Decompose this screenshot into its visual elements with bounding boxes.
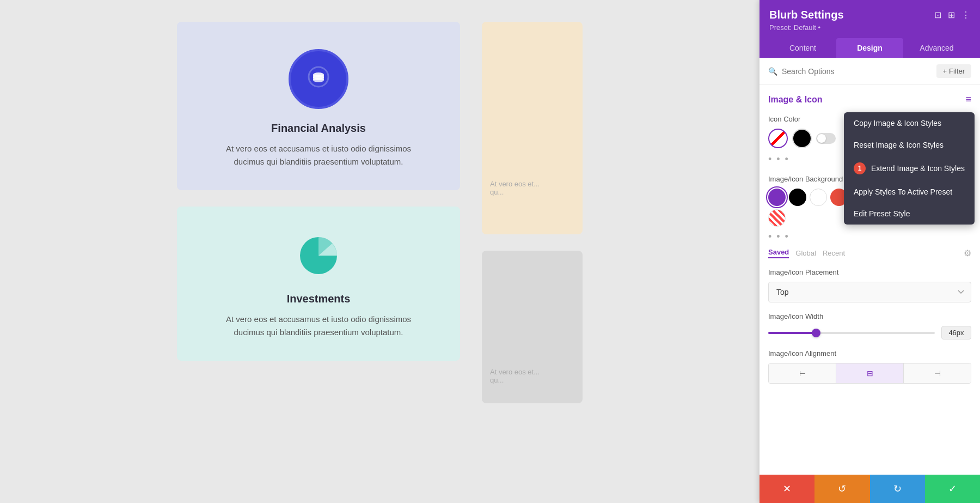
align-center-icon: ⊟ <box>867 369 873 378</box>
tab-advanced[interactable]: Advanced <box>903 38 970 58</box>
icon-color-transparent-swatch[interactable] <box>768 129 788 148</box>
redo-button[interactable]: ↻ <box>870 475 925 503</box>
canvas-area: Financial Analysis At vero eos et accusa… <box>0 0 759 503</box>
section-title: Image & Icon <box>768 95 823 105</box>
reset-styles-label: Reset Image & Icon Styles <box>854 141 944 149</box>
panel-tabs: Content Design Advanced <box>769 38 970 58</box>
menu-item-edit-preset[interactable]: Edit Preset Style <box>844 203 975 225</box>
context-menu: Copy Image & Icon Styles Reset Image & I… <box>844 112 975 225</box>
width-label: Image/Icon Width <box>768 312 971 320</box>
edit-preset-label: Edit Preset Style <box>854 209 910 218</box>
image-icon-section-header: Image & Icon ≡ <box>768 94 971 105</box>
financial-title: Financial Analysis <box>271 122 366 135</box>
alignment-label: Image/Icon Alignment <box>768 349 971 357</box>
align-center-btn[interactable]: ⊟ <box>836 363 904 383</box>
bg-swatch-purple[interactable] <box>768 189 786 206</box>
color-tab-saved[interactable]: Saved <box>768 248 789 258</box>
width-value[interactable]: 46px <box>941 326 971 340</box>
panel-title-row: Blurb Settings ⊡ ⊞ ⋮ <box>769 9 970 21</box>
close-button[interactable]: ✕ <box>759 475 814 503</box>
beige-card-partial: At vero eos et...qu... <box>482 22 583 234</box>
financial-text: At vero eos et accusamus et iusto odio d… <box>210 142 427 168</box>
gray-card-text: At vero eos et...qu... <box>482 360 583 392</box>
menu-item-copy[interactable]: Copy Image & Icon Styles <box>844 112 975 134</box>
apply-preset-label: Apply Styles To Active Preset <box>854 187 952 196</box>
filter-plus-icon: + <box>943 67 947 75</box>
placement-select[interactable]: Top Left Right Bottom <box>768 282 971 302</box>
menu-item-reset[interactable]: Reset Image & Icon Styles <box>844 134 975 156</box>
action-bar: ✕ ↺ ↻ ✓ <box>759 475 980 503</box>
copy-styles-label: Copy Image & Icon Styles <box>854 119 941 128</box>
redo-icon: ↻ <box>893 483 902 495</box>
extend-badge: 1 <box>854 162 866 174</box>
icon-color-black-swatch[interactable] <box>792 129 812 148</box>
align-right-icon: ⊣ <box>934 369 941 378</box>
color-tab-recent[interactable]: Recent <box>823 249 845 257</box>
panel-header-icons: ⊡ ⊞ ⋮ <box>934 10 970 20</box>
copy-layout-icon[interactable]: ⊡ <box>934 10 941 20</box>
color-tab-global[interactable]: Global <box>795 249 816 257</box>
align-left-btn[interactable]: ⊢ <box>769 363 836 383</box>
bg-swatch-striped[interactable] <box>768 209 786 227</box>
panel-title: Blurb Settings <box>769 9 844 21</box>
investments-title: Investments <box>287 293 351 305</box>
alignment-field: Image/Icon Alignment ⊢ ⊟ ⊣ <box>768 349 971 384</box>
blurb-card-investments[interactable]: Investments At vero eos et accusamus et … <box>177 207 460 361</box>
placement-label: Image/Icon Placement <box>768 268 971 276</box>
menu-item-extend[interactable]: 1 Extend Image & Icon Styles <box>844 156 975 181</box>
financial-icon-circle <box>289 49 348 109</box>
width-slider-thumb[interactable] <box>812 329 820 337</box>
more-options-icon[interactable]: ⋮ <box>961 10 970 20</box>
section-menu-icon[interactable]: ≡ <box>965 94 971 105</box>
width-slider-track <box>768 332 935 334</box>
icon-color-toggle-row <box>816 133 836 144</box>
close-icon: ✕ <box>783 483 791 495</box>
investments-icon-wrapper <box>297 234 340 280</box>
bg-swatch-black[interactable] <box>789 189 806 206</box>
placement-field: Image/Icon Placement Top Left Right Bott… <box>768 268 971 302</box>
undo-icon: ↺ <box>838 483 846 495</box>
search-icon: 🔍 <box>768 67 777 76</box>
save-icon: ✓ <box>948 483 957 495</box>
blurb-card-financial[interactable]: Financial Analysis At vero eos et accusa… <box>177 22 460 190</box>
bg-swatch-white[interactable] <box>810 189 827 206</box>
search-input[interactable] <box>782 67 936 76</box>
width-slider-fill <box>768 332 815 334</box>
panel-preset: Preset: Default • <box>769 23 970 32</box>
panel-header: Blurb Settings ⊡ ⊞ ⋮ Preset: Default • C… <box>759 0 980 58</box>
svg-point-5 <box>313 78 324 82</box>
coins-icon <box>304 65 333 93</box>
beige-card-text: At vero eos et...qu... <box>490 180 540 196</box>
color-tabs: Saved Global Recent ⚙ <box>768 248 971 258</box>
filter-button[interactable]: + Filter <box>936 64 971 78</box>
align-right-btn[interactable]: ⊣ <box>904 363 971 383</box>
icon-color-toggle[interactable] <box>816 133 836 144</box>
extend-styles-label: Extend Image & Icon Styles <box>871 164 965 173</box>
undo-button[interactable]: ↺ <box>814 475 869 503</box>
investments-text: At vero eos et accusamus et iusto odio d… <box>210 313 427 339</box>
gray-card-partial: At vero eos et...qu... <box>482 251 583 403</box>
blurb-cards-column: Financial Analysis At vero eos et accusa… <box>177 22 460 361</box>
width-field: Image/Icon Width 46px <box>768 312 971 340</box>
color-settings-icon[interactable]: ⚙ <box>964 248 971 258</box>
settings-panel: Blurb Settings ⊡ ⊞ ⋮ Preset: Default • C… <box>759 0 980 503</box>
menu-item-apply-preset[interactable]: Apply Styles To Active Preset <box>844 181 975 203</box>
align-left-icon: ⊢ <box>799 369 806 378</box>
panel-content: Image & Icon ≡ Copy Image & Icon Styles … <box>759 85 980 475</box>
alignment-buttons: ⊢ ⊟ ⊣ <box>768 363 971 384</box>
pie-chart-icon <box>297 234 340 277</box>
filter-row: 🔍 + Filter <box>759 58 980 85</box>
tab-design[interactable]: Design <box>836 38 903 58</box>
bg-color-more[interactable]: • • • <box>768 231 971 243</box>
tab-content[interactable]: Content <box>769 38 836 58</box>
grid-icon[interactable]: ⊞ <box>948 10 955 20</box>
width-slider-row: 46px <box>768 326 971 340</box>
save-button[interactable]: ✓ <box>925 475 980 503</box>
filter-label: Filter <box>949 67 965 75</box>
